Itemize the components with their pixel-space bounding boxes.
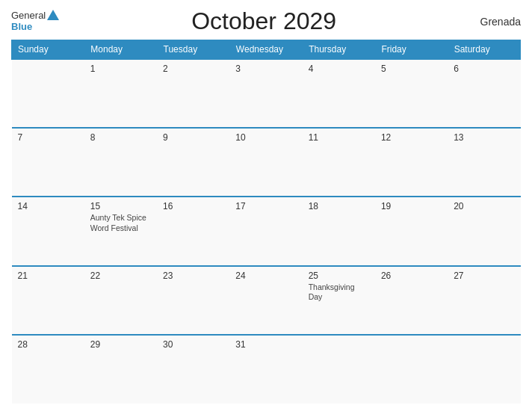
day-number: 12 bbox=[381, 132, 442, 143]
day-number: 27 bbox=[454, 271, 514, 281]
day-number: 22 bbox=[90, 271, 151, 281]
day-cell: 9 bbox=[157, 128, 229, 197]
day-cell: 10 bbox=[229, 128, 302, 197]
day-number: 14 bbox=[18, 201, 78, 211]
day-cell: 28 bbox=[12, 335, 84, 404]
day-cell: 29 bbox=[84, 335, 157, 404]
day-cell: 26 bbox=[375, 266, 448, 335]
day-cell: 30 bbox=[157, 335, 229, 404]
day-number: 19 bbox=[381, 201, 442, 211]
day-number: 17 bbox=[235, 201, 296, 211]
calendar-table: Sunday Monday Tuesday Wednesday Thursday… bbox=[11, 40, 521, 404]
day-number: 25 bbox=[309, 271, 369, 281]
day-number: 26 bbox=[381, 271, 442, 281]
days-header-row: Sunday Monday Tuesday Wednesday Thursday… bbox=[12, 40, 521, 60]
week-row-2: 1415Aunty Tek Spice Word Festival1617181… bbox=[12, 197, 521, 265]
day-number: 20 bbox=[454, 201, 514, 211]
event-text: Thanksgiving Day bbox=[309, 282, 369, 303]
header-saturday: Saturday bbox=[448, 40, 520, 60]
day-cell: 25Thanksgiving Day bbox=[303, 266, 375, 335]
day-cell: 7 bbox=[12, 128, 84, 197]
day-cell bbox=[303, 335, 375, 404]
day-cell: 2 bbox=[157, 59, 229, 128]
week-row-3: 2122232425Thanksgiving Day2627 bbox=[12, 266, 521, 335]
day-number: 21 bbox=[18, 271, 78, 281]
logo: General Blue bbox=[11, 10, 59, 32]
event-text: Aunty Tek Spice Word Festival bbox=[90, 213, 151, 233]
day-cell: 1 bbox=[84, 59, 157, 128]
day-number: 18 bbox=[309, 201, 369, 211]
day-number: 8 bbox=[90, 132, 151, 143]
day-number: 31 bbox=[235, 339, 296, 350]
day-cell: 15Aunty Tek Spice Word Festival bbox=[84, 197, 157, 265]
day-number: 2 bbox=[163, 64, 223, 74]
day-cell: 17 bbox=[229, 197, 302, 265]
day-cell: 19 bbox=[375, 197, 448, 265]
day-cell: 11 bbox=[303, 128, 375, 197]
day-cell: 16 bbox=[157, 197, 229, 265]
logo-text-general: General bbox=[11, 10, 46, 21]
day-cell: 27 bbox=[448, 266, 520, 335]
day-cell: 22 bbox=[84, 266, 157, 335]
day-cell: 18 bbox=[303, 197, 375, 265]
country-label: Grenada bbox=[468, 16, 521, 28]
day-cell: 14 bbox=[12, 197, 84, 265]
day-number: 3 bbox=[235, 64, 296, 74]
day-number: 7 bbox=[18, 132, 78, 143]
day-number: 30 bbox=[163, 339, 223, 350]
logo-text-blue: Blue bbox=[11, 22, 32, 32]
week-row-4: 28293031 bbox=[12, 335, 521, 404]
week-row-1: 78910111213 bbox=[12, 128, 521, 197]
day-cell: 21 bbox=[12, 266, 84, 335]
month-title: October 2029 bbox=[59, 7, 468, 35]
day-cell: 8 bbox=[84, 128, 157, 197]
header-tuesday: Tuesday bbox=[157, 40, 229, 60]
day-cell: 23 bbox=[157, 266, 229, 335]
header-wednesday: Wednesday bbox=[229, 40, 302, 60]
day-number: 13 bbox=[454, 132, 514, 143]
day-cell: 3 bbox=[229, 59, 302, 128]
day-number: 24 bbox=[235, 271, 296, 281]
day-cell: 5 bbox=[375, 59, 448, 128]
day-number: 5 bbox=[381, 64, 442, 74]
day-number: 9 bbox=[163, 132, 223, 143]
logo-triangle-icon bbox=[47, 10, 59, 20]
day-cell bbox=[448, 335, 520, 404]
header-monday: Monday bbox=[84, 40, 157, 60]
header-sunday: Sunday bbox=[12, 40, 84, 60]
week-row-0: 123456 bbox=[12, 59, 521, 128]
day-number: 29 bbox=[90, 339, 151, 350]
day-cell: 4 bbox=[303, 59, 375, 128]
day-cell: 24 bbox=[229, 266, 302, 335]
day-cell: 6 bbox=[448, 59, 520, 128]
day-number: 15 bbox=[90, 201, 151, 211]
calendar-header: General Blue October 2029 Grenada bbox=[11, 7, 521, 35]
day-number: 16 bbox=[163, 201, 223, 211]
day-cell: 13 bbox=[448, 128, 520, 197]
day-number: 11 bbox=[309, 132, 369, 143]
header-thursday: Thursday bbox=[303, 40, 375, 60]
day-cell: 20 bbox=[448, 197, 520, 265]
day-number: 6 bbox=[454, 64, 514, 74]
day-number: 1 bbox=[90, 64, 151, 74]
day-number: 4 bbox=[309, 64, 369, 74]
day-cell bbox=[12, 59, 84, 128]
day-cell bbox=[375, 335, 448, 404]
calendar-container: General Blue October 2029 Grenada Sunday… bbox=[0, 0, 532, 411]
day-cell: 31 bbox=[229, 335, 302, 404]
day-number: 28 bbox=[18, 339, 78, 350]
day-number: 10 bbox=[235, 132, 296, 143]
day-number: 23 bbox=[163, 271, 223, 281]
day-cell: 12 bbox=[375, 128, 448, 197]
header-friday: Friday bbox=[375, 40, 448, 60]
